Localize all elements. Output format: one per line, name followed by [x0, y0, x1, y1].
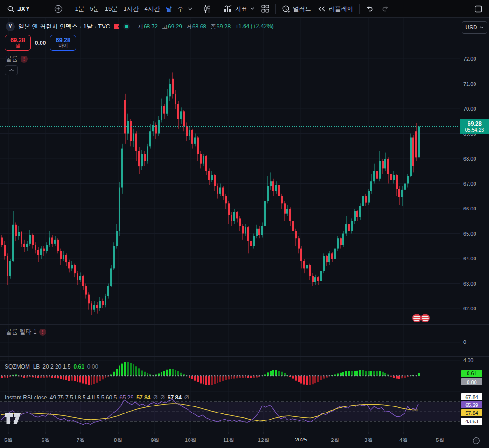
volume-delta-legend-label: 볼륨 델타 1: [6, 328, 36, 336]
timeframe-button-4시간[interactable]: 4시간: [142, 3, 163, 15]
chart-style-button[interactable]: [200, 3, 214, 15]
timeframe-button-1시간[interactable]: 1시간: [120, 3, 141, 15]
price-axis-label: 64.00: [463, 256, 476, 261]
chart-canvas[interactable]: [0, 0, 489, 448]
buy-label: 바이: [58, 43, 68, 49]
price-axis-label: 67.00: [463, 181, 476, 187]
window-square-icon: [475, 5, 482, 13]
market-status-icon[interactable]: [123, 23, 130, 30]
error-icon[interactable]: !: [21, 56, 28, 63]
sqzmom-squeeze-value: 0.00: [87, 364, 98, 370]
time-axis-label: 3월: [364, 437, 373, 444]
indicators-button[interactable]: 지표: [220, 3, 258, 15]
time-axis-label: 8월: [114, 437, 122, 444]
layout-button[interactable]: [258, 3, 272, 14]
undo-arrow-icon: [366, 5, 374, 12]
yen-logo-icon: ¥: [6, 22, 15, 31]
rsi-band-value: 67.84: [168, 394, 182, 401]
collapse-pane-button[interactable]: [5, 65, 18, 75]
indicators-label: 지표: [235, 5, 247, 13]
rsi-band-upper-badge: 67.84: [461, 393, 482, 400]
time-axis-label: 9월: [151, 437, 159, 444]
time-axis-label: 7월: [77, 437, 85, 444]
symbol-legend-row: ¥ 일본 엔 커런시 인덱스 · 1날 · TVC 시68.72 고69.29 …: [6, 22, 274, 31]
timeframe-button-주[interactable]: 주: [175, 3, 186, 15]
time-axis-label: 5월: [4, 437, 13, 444]
sell-label: 셀: [15, 43, 20, 49]
timeframe-menu-button[interactable]: [186, 5, 194, 13]
candlestick-icon: [203, 5, 211, 13]
replay-label: 리플레이: [329, 5, 353, 13]
alert-label: 얼러트: [293, 5, 311, 13]
compare-add-button[interactable]: [51, 3, 66, 15]
toolbar-divider: [359, 4, 360, 14]
time-axis-label: 2월: [331, 437, 339, 444]
rsi-ma-value: 57.84: [136, 394, 150, 401]
price-axis-label: 65.00: [463, 231, 476, 237]
currency-label: USD: [465, 24, 477, 31]
flag-icon[interactable]: [113, 23, 120, 30]
sqzmom-value-badge: 0.61: [461, 370, 482, 377]
us-flag-event-icon[interactable]: [421, 314, 430, 322]
window-button[interactable]: [471, 3, 485, 14]
rsi-legend[interactable]: Instant RSI close 49.75 7.5 I 8.5 4 II 5…: [5, 394, 189, 401]
indicators-icon: [224, 5, 232, 13]
timeframe-button-1분[interactable]: 1분: [72, 3, 87, 15]
toolbar-divider: [275, 4, 276, 14]
tradingview-logo: [4, 413, 22, 425]
chevron-up-icon: [9, 69, 14, 72]
last-price-badge: 69.28 05:54:26: [460, 119, 489, 134]
chevron-down-icon: [188, 7, 193, 11]
last-price-value: 69.28: [468, 121, 482, 127]
symbol-search-button[interactable]: JXY: [4, 3, 33, 14]
volume-delta-legend[interactable]: 볼륨 델타 1 !: [6, 328, 46, 336]
symbol-title[interactable]: 일본 엔 커런시 인덱스 · 1날 · TVC: [18, 22, 110, 31]
change-value: +1.64 (+2.42%): [235, 23, 274, 31]
time-axis-label: 11월: [223, 437, 234, 444]
trade-panel: 69.28 셀 0.00 69.28 바이: [5, 35, 76, 51]
buy-button[interactable]: 69.28 바이: [50, 35, 76, 51]
us-flag-event-icon[interactable]: [412, 314, 421, 322]
replay-button[interactable]: 리플레이: [314, 3, 356, 15]
redo-arrow-icon: [381, 5, 389, 12]
ohlc-values: 시68.72 고69.29 저68.68 종69.28 +1.64 (+2.42…: [138, 23, 274, 31]
time-axis-label: 12월: [258, 437, 269, 444]
top-toolbar: JXY 1분5분15분1시간4시간날주: [0, 0, 489, 18]
replay-icon: [318, 6, 326, 12]
search-icon: [7, 5, 14, 13]
spread-value: 0.00: [35, 40, 46, 46]
rsi-band-lower-badge: 43.63: [461, 418, 482, 425]
currency-selector[interactable]: USD: [462, 21, 487, 34]
volume-legend-label: 볼륨: [6, 55, 18, 63]
volume-legend[interactable]: 볼륨 !: [6, 55, 28, 63]
alert-clock-icon: [282, 5, 290, 13]
price-axis-label: 70.00: [463, 106, 476, 112]
sqzmom-params: 20 2 20 1.5: [42, 364, 70, 370]
grid-layout-icon: [261, 5, 269, 13]
undo-button[interactable]: [363, 3, 377, 14]
timeframe-button-날[interactable]: 날: [163, 3, 175, 15]
error-icon[interactable]: !: [39, 329, 46, 336]
time-axis-label: 6월: [42, 437, 50, 444]
timezone-clock-button[interactable]: [472, 437, 480, 447]
sqzmom-legend[interactable]: SQZMOM_LB 20 2 20 1.5 0.61 0.00: [5, 364, 98, 370]
price-axis-label: 68.00: [463, 156, 476, 161]
open-value: 68.72: [144, 23, 158, 30]
time-axis-label: 5월: [436, 437, 444, 444]
price-axis-label: 63.00: [463, 281, 476, 287]
alert-button[interactable]: 얼러트: [279, 3, 314, 15]
high-value: 69.29: [168, 23, 182, 30]
plus-circle-icon: [54, 5, 63, 13]
clock-icon: [472, 437, 480, 445]
timeframe-button-15분[interactable]: 15분: [102, 3, 120, 15]
sell-button[interactable]: 69.28 셀: [5, 35, 31, 51]
sqz-axis-top-label: 4.00: [463, 357, 473, 363]
rsi-value-badge: 65.29: [461, 401, 482, 408]
timeframe-button-5분[interactable]: 5분: [87, 3, 102, 15]
rsi-ma-badge: 57.84: [461, 409, 482, 416]
time-axis-label: 4월: [399, 437, 408, 444]
sqzmom-title: SQZMOM_LB: [5, 364, 40, 370]
chevron-down-icon: [250, 7, 255, 10]
low-value: 68.68: [192, 23, 206, 30]
redo-button[interactable]: [377, 3, 392, 14]
